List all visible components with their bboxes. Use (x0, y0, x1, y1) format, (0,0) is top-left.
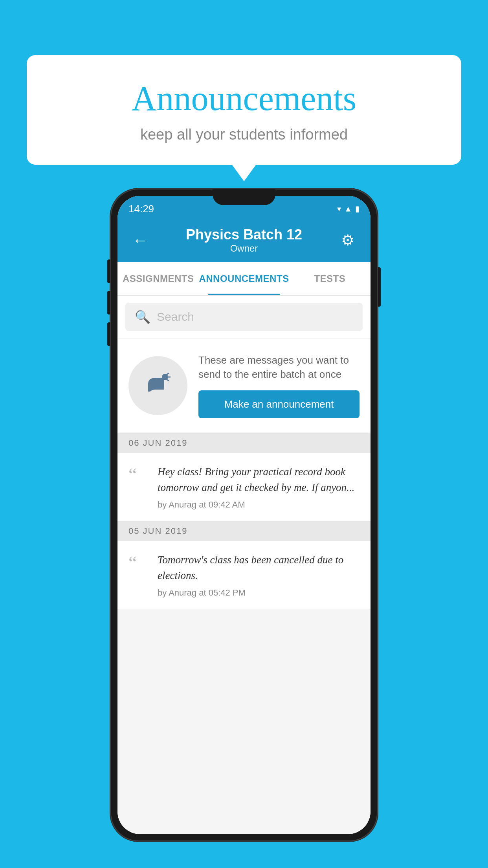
announcement-text-1: Hey class! Bring your practical record b… (158, 464, 360, 496)
tab-assignments[interactable]: ASSIGNMENTS (117, 262, 199, 295)
promo-card: These are messages you want to send to t… (117, 339, 371, 432)
app-bar: ← Physics Batch 12 Owner ⚙ (117, 219, 371, 262)
announcement-meta-1: by Anurag at 09:42 AM (158, 500, 360, 510)
svg-line-1 (167, 373, 169, 375)
phone-inner: 14:29 ▾ ▲ ▮ ← Physics Batch 12 Owner ⚙ (117, 196, 371, 834)
make-announcement-button[interactable]: Make an announcement (198, 390, 360, 418)
app-bar-title-container: Physics Batch 12 Owner (152, 226, 336, 254)
svg-line-3 (167, 379, 169, 381)
phone-container: 14:29 ▾ ▲ ▮ ← Physics Batch 12 Owner ⚙ (110, 189, 378, 841)
app-bar-subtitle: Owner (152, 243, 336, 254)
app-bar-title: Physics Batch 12 (152, 226, 336, 243)
announcement-icon-circle (128, 356, 187, 415)
tab-announcements[interactable]: ANNOUNCEMENTS (199, 262, 289, 295)
quote-icon-1: “ (128, 465, 148, 510)
quote-icon-2: “ (128, 554, 148, 598)
announcement-meta-2: by Anurag at 05:42 PM (158, 588, 360, 598)
search-placeholder: Search (157, 310, 194, 324)
phone-notch (213, 189, 275, 205)
announcement-content-2: Tomorrow's class has been cancelled due … (158, 552, 360, 598)
content-area: 🔍 Search (117, 296, 371, 834)
date-label-1: 06 JUN 2019 (128, 438, 187, 448)
announcement-item-2[interactable]: “ Tomorrow's class has been cancelled du… (117, 541, 371, 609)
speech-bubble-container: Announcements keep all your students inf… (27, 55, 461, 165)
announcement-item-1[interactable]: “ Hey class! Bring your practical record… (117, 453, 371, 521)
date-label-2: 05 JUN 2019 (128, 526, 187, 536)
battery-icon: ▮ (355, 204, 360, 213)
status-icons: ▾ ▲ ▮ (337, 204, 360, 213)
promo-description: These are messages you want to send to t… (198, 353, 360, 382)
search-icon: 🔍 (135, 309, 150, 324)
promo-content: These are messages you want to send to t… (198, 353, 360, 418)
status-time: 14:29 (128, 203, 154, 215)
tabs-container: ASSIGNMENTS ANNOUNCEMENTS TESTS (117, 262, 371, 296)
announcement-text-2: Tomorrow's class has been cancelled due … (158, 552, 360, 584)
tab-tests[interactable]: TESTS (289, 262, 371, 295)
announcement-content-1: Hey class! Bring your practical record b… (158, 464, 360, 510)
bubble-title: Announcements (58, 79, 430, 118)
date-separator-2: 05 JUN 2019 (117, 521, 371, 541)
phone-outer: 14:29 ▾ ▲ ▮ ← Physics Batch 12 Owner ⚙ (110, 189, 378, 841)
search-bar-container: 🔍 Search (117, 296, 371, 338)
bubble-subtitle: keep all your students informed (58, 126, 430, 143)
search-bar[interactable]: 🔍 Search (125, 303, 363, 331)
wifi-icon: ▾ (337, 204, 341, 213)
date-separator-1: 06 JUN 2019 (117, 433, 371, 453)
speech-bubble: Announcements keep all your students inf… (27, 55, 461, 165)
back-button[interactable]: ← (128, 232, 152, 249)
gear-icon[interactable]: ⚙ (336, 232, 360, 249)
signal-icon: ▲ (344, 204, 352, 213)
